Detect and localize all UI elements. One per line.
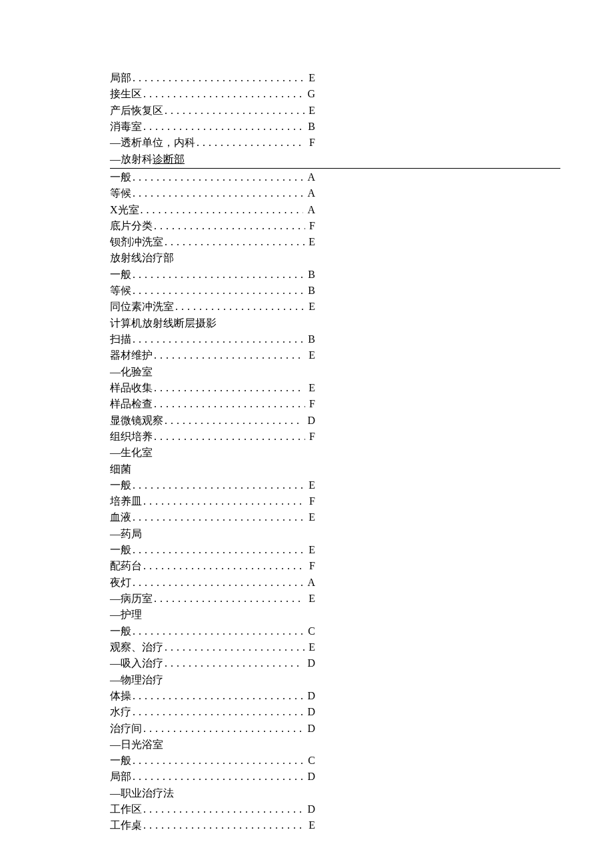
entry-label: 血液 <box>110 509 131 525</box>
dot-leader <box>153 347 305 363</box>
toc-entry: 培养皿F <box>110 493 315 509</box>
toc-entry: 一般C <box>110 753 315 769</box>
entry-label: 钡剂冲洗室 <box>110 234 163 250</box>
toc-entry: 同位素冲洗室E <box>110 299 315 315</box>
toc-entry: 扫描B <box>110 331 315 347</box>
dot-leader <box>163 639 305 655</box>
entry-value: F <box>305 558 315 574</box>
entry-label: 水疗 <box>110 704 131 720</box>
dot-leader <box>153 591 305 607</box>
entry-value: G <box>303 86 315 102</box>
entry-label: 夜灯 <box>110 575 131 591</box>
dot-leader <box>131 331 304 347</box>
entry-value: D <box>303 801 315 817</box>
dot-leader <box>131 575 303 591</box>
dot-leader <box>139 202 304 218</box>
entry-value: F <box>305 218 315 234</box>
entry-label: 样品收集 <box>110 380 153 396</box>
toc-entry: 治疗间D <box>110 721 315 737</box>
entry-label: 样品检查 <box>110 396 153 412</box>
entry-label: 局部 <box>110 769 131 785</box>
dot-leader <box>142 86 303 102</box>
toc-entry: ―病历室E <box>110 591 315 607</box>
entry-label: 一般 <box>110 169 131 185</box>
heading-part1: ―放射科 <box>110 151 153 167</box>
toc-entry: ―吸入治疗D <box>110 655 315 671</box>
toc-entry: 一般A <box>110 169 315 185</box>
entry-label: 一般 <box>110 753 131 769</box>
entry-label: 扫描 <box>110 331 131 347</box>
toc-entry: ―透析单位，内科F <box>110 135 315 151</box>
dot-leader <box>131 509 305 525</box>
entry-label: 一般 <box>110 477 131 493</box>
section-heading: ―日光浴室 <box>110 737 315 753</box>
dot-leader <box>131 283 304 299</box>
dot-leader <box>142 721 303 737</box>
dot-leader <box>131 267 304 283</box>
dot-leader <box>131 70 305 86</box>
section-heading: ―药局 <box>110 526 315 542</box>
dot-leader <box>163 103 305 119</box>
toc-entry: 样品检查F <box>110 396 315 412</box>
toc-entry: 样品收集E <box>110 380 315 396</box>
section-heading: ―护理 <box>110 607 315 623</box>
dot-leader <box>131 169 303 185</box>
entry-value: E <box>305 591 315 607</box>
entry-label: 一般 <box>110 542 131 558</box>
section-heading: ―化验室 <box>110 364 315 380</box>
dot-leader <box>174 299 305 315</box>
toc-entry: 组织培养F <box>110 429 315 445</box>
toc-entry: 接生区G <box>110 86 315 102</box>
toc-entry: 消毒室B <box>110 119 315 135</box>
entry-value: D <box>303 655 315 671</box>
heading-part2: 诊断部 <box>153 151 185 167</box>
entry-label: 治疗间 <box>110 721 142 737</box>
dot-leader <box>153 429 305 445</box>
entry-value: E <box>305 70 315 86</box>
dot-leader <box>131 769 303 785</box>
entry-value: D <box>303 704 315 720</box>
toc-entry: 一般E <box>110 477 315 493</box>
entry-value: D <box>303 688 315 704</box>
dot-leader <box>163 413 303 429</box>
toc-entry: 工作区D <box>110 801 315 817</box>
entry-label: 等候 <box>110 185 131 201</box>
entry-label: 配药台 <box>110 558 142 574</box>
toc-entry: 一般B <box>110 267 315 283</box>
dot-leader <box>131 542 305 558</box>
dot-leader <box>142 493 305 509</box>
toc-entry: 血液E <box>110 509 315 525</box>
entry-label: 观察、治疗 <box>110 639 163 655</box>
dot-leader <box>142 801 303 817</box>
entry-label: 组织培养 <box>110 429 153 445</box>
entry-value: C <box>304 753 315 769</box>
toc-entry: 显微镜观察D <box>110 413 315 429</box>
entry-value: E <box>305 509 315 525</box>
dot-leader <box>131 623 304 639</box>
entry-label: X光室 <box>110 202 139 218</box>
entry-label: 器材维护 <box>110 347 153 363</box>
section-heading: 细菌 <box>110 461 315 477</box>
entry-value: D <box>303 769 315 785</box>
entry-value: E <box>305 234 315 250</box>
toc-entry: 局部E <box>110 70 315 86</box>
entry-label: 体操 <box>110 688 131 704</box>
toc-entry: 配药台F <box>110 558 315 574</box>
entry-label: 产后恢复区 <box>110 103 163 119</box>
dot-leader <box>142 119 304 135</box>
dot-leader <box>131 704 303 720</box>
entry-value: C <box>304 623 315 639</box>
entry-label: ―透析单位，内科 <box>110 135 195 151</box>
entry-value: F <box>305 135 315 151</box>
dot-leader <box>153 218 305 234</box>
section-heading: ―物理治疗 <box>110 672 315 688</box>
toc-entry: 一般C <box>110 623 315 639</box>
entry-label: 接生区 <box>110 86 142 102</box>
section-heading: ―生化室 <box>110 445 315 461</box>
entry-value: F <box>305 429 315 445</box>
dot-leader <box>142 817 305 833</box>
entry-label: 消毒室 <box>110 119 142 135</box>
toc-entry: 夜灯A <box>110 575 315 591</box>
entry-value: B <box>304 331 315 347</box>
section-heading: 放射线治疗部 <box>110 250 315 266</box>
